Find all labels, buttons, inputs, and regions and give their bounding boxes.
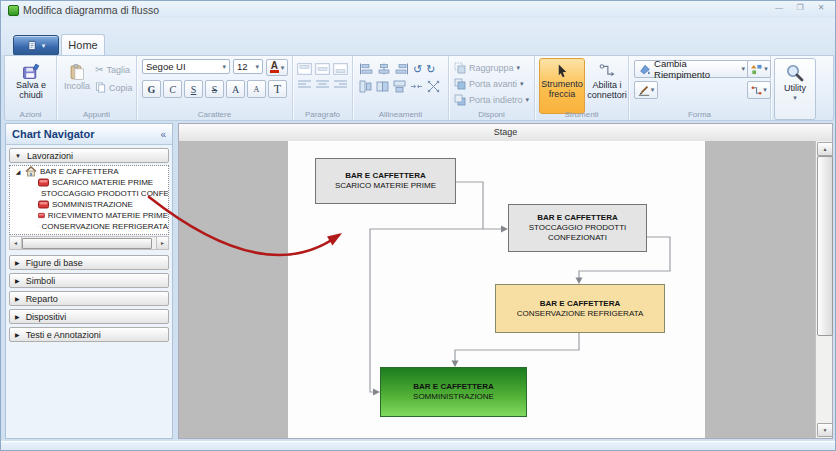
tree-root-label: BAR E CAFFETTERA (40, 167, 119, 176)
scrollbar-thumb[interactable] (817, 156, 833, 336)
tree-root-item[interactable]: ◢ BAR E CAFFETTERA (10, 166, 168, 177)
connector-style-button[interactable]: ▾ (747, 81, 771, 99)
grow-font-button[interactable]: A (226, 80, 245, 98)
same-width-icon[interactable] (393, 80, 406, 93)
cut-button[interactable]: ✂ Taglia (95, 64, 130, 75)
align-objects-center-icon[interactable] (377, 63, 391, 75)
ribbon-group-strumenti: Strumento freccia Abilita i connettori S… (535, 56, 629, 120)
strikethrough-button[interactable]: S (205, 80, 224, 98)
scroll-up-icon[interactable]: ▲ (817, 142, 833, 156)
flow-box-somministrazione[interactable]: BAR E CAFFETTERA SOMMINISTRAZIONE (380, 367, 527, 417)
text-align-right-icon[interactable] (333, 78, 348, 90)
group-objects-button[interactable]: Raggruppa ▾ (454, 60, 534, 75)
rotate-left-icon[interactable]: ↺ (413, 64, 422, 75)
ribbon-group-disponi: Raggruppa ▾ Porta avanti ▾ Porta indietr… (449, 56, 535, 120)
tab-home[interactable]: Home (61, 34, 105, 56)
section-collapsed-icon: ▶ (15, 259, 20, 266)
scroll-left-icon[interactable]: ◄ (10, 237, 22, 249)
copy-label: Copia (109, 83, 133, 93)
bring-forward-button[interactable]: Porta avanti ▾ (454, 76, 534, 91)
align-objects-left-icon[interactable] (359, 63, 373, 75)
change-fill-label: Cambia Riempimento (654, 58, 738, 80)
same-height-icon[interactable] (359, 80, 372, 93)
italic-button[interactable]: C (163, 80, 182, 98)
page-margin-right (705, 141, 815, 438)
save-close-button[interactable]: Salva e chiudi (8, 58, 54, 101)
stage-vertical-scrollbar[interactable]: ▲ ▼ (815, 141, 832, 438)
scrollbar-thumb[interactable] (22, 238, 152, 249)
flow-box-scarico[interactable]: BAR E CAFFETTERA SCARICO MATERIE PRIME (315, 158, 456, 204)
close-button[interactable]: ✕ (815, 2, 827, 14)
align-objects-right-icon[interactable] (395, 63, 409, 75)
section-figure-di-base[interactable]: ▶ Figure di base (9, 255, 169, 270)
flow-box-title: BAR E CAFFETTERA (540, 299, 620, 309)
diagram-canvas[interactable]: BAR E CAFFETTERA SCARICO MATERIE PRIME B… (179, 141, 815, 438)
section-collapsed-icon: ▶ (15, 331, 20, 338)
rotate-right-icon[interactable]: ↻ (426, 64, 435, 75)
section-simboli[interactable]: ▶ Simboli (9, 273, 169, 288)
maximize-button[interactable]: ❐ (794, 2, 806, 14)
align-middle-icon[interactable] (315, 63, 330, 75)
shape-style-button[interactable]: ▾ (747, 60, 771, 78)
application-menu-button[interactable]: ▾ (13, 35, 59, 56)
tree-item[interactable]: SOMMINISTRAZIONE (10, 199, 168, 210)
underline-button[interactable]: S (184, 80, 203, 98)
stage-header: Stage (179, 124, 832, 142)
flow-box-conservazione[interactable]: BAR E CAFFETTERA CONSERVAZIONE REFRIGERA… (495, 284, 665, 333)
section-testi-annotazioni[interactable]: ▶ Testi e Annotazioni (9, 327, 169, 342)
section-lavorazioni[interactable]: ▼ Lavorazioni (9, 148, 169, 163)
arrow-tool-label: Strumento freccia (541, 79, 583, 99)
copy-button[interactable]: Copia (95, 82, 133, 93)
font-color-button[interactable]: A ▾ (266, 59, 288, 76)
pencil-line-icon (638, 84, 650, 96)
tree-item-label: SOMMINISTRAZIONE (52, 200, 133, 209)
send-backward-button[interactable]: Porta indietro ▾ (454, 92, 534, 107)
section-collapsed-icon: ▶ (15, 277, 20, 284)
font-size-select[interactable]: 12 ▾ (233, 59, 263, 74)
paste-button[interactable]: Incolla (60, 58, 94, 92)
bold-button[interactable]: G (142, 80, 161, 98)
text-align-center-icon[interactable] (315, 78, 330, 90)
chevron-down-icon: ▾ (42, 42, 46, 50)
flow-box-stoccaggio[interactable]: BAR E CAFFETTERA STOCCAGGIO PRODOTTI CON… (508, 204, 647, 252)
change-fill-button[interactable]: Cambia Riempimento ▾ (634, 60, 750, 78)
ribbon-group-forma: Cambia Riempimento ▾ ▾ ▾ ▾ Forma (629, 56, 771, 120)
tree-item[interactable]: CONSERVAZIONE REFRIGERATA (10, 221, 168, 232)
tab-strip: ▾ Home (1, 18, 835, 55)
ribbon: Salva e chiudi Azioni Incolla ✂ Taglia C… (4, 55, 834, 121)
save-close-label: Salva e chiudi (11, 80, 51, 100)
align-bottom-icon[interactable] (333, 63, 348, 75)
font-family-select[interactable]: Segoe UI ▾ (142, 59, 230, 74)
line-style-button[interactable]: ▾ (634, 81, 658, 99)
section-dispositivi-label: Dispositivi (26, 312, 67, 322)
section-reparto-label: Reparto (26, 294, 58, 304)
tree-item[interactable]: STOCCAGGIO PRODOTTI CONFEZIONATI (10, 188, 168, 199)
text-tool-button[interactable]: T (268, 80, 287, 98)
tree-item[interactable]: SCARICO MATERIE PRIME (10, 177, 168, 188)
tree-item[interactable]: RICEVIMENTO MATERIE PRIME (10, 210, 168, 221)
arrow-tool-button[interactable]: Strumento freccia (539, 58, 585, 114)
minimize-button[interactable]: — (773, 2, 785, 14)
house-icon (25, 166, 37, 177)
group-label-appunti: Appunti (57, 110, 136, 119)
ribbon-group-allineamenti: ↺ ↻ Allineamenti (353, 56, 449, 120)
chart-navigator-header: Chart Navigator « (6, 124, 172, 145)
collapse-panel-icon[interactable]: « (160, 129, 166, 140)
scroll-down-icon[interactable]: ▼ (817, 423, 833, 437)
text-align-left-icon[interactable] (297, 78, 312, 90)
distribute-vertical-icon[interactable] (427, 80, 440, 93)
section-reparto[interactable]: ▶ Reparto (9, 291, 169, 306)
align-top-icon[interactable] (297, 63, 312, 75)
shrink-font-button[interactable]: A (247, 80, 266, 98)
scroll-right-icon[interactable]: ► (156, 237, 168, 249)
tree-expanded-icon[interactable]: ◢ (14, 168, 22, 175)
font-color-icon: A (270, 62, 279, 73)
send-backward-icon (454, 94, 466, 106)
distribute-horizontal-icon[interactable] (410, 80, 423, 93)
same-size-icon[interactable] (376, 80, 389, 93)
tree-horizontal-scrollbar[interactable]: ◄ ► (9, 236, 169, 250)
enable-connectors-button[interactable]: Abilita i connettori (585, 58, 629, 114)
section-dispositivi[interactable]: ▶ Dispositivi (9, 309, 169, 324)
flow-box-subtitle: CONSERVAZIONE REFRIGERATA (517, 309, 644, 319)
utility-button[interactable]: Utility ▾ (774, 58, 816, 120)
